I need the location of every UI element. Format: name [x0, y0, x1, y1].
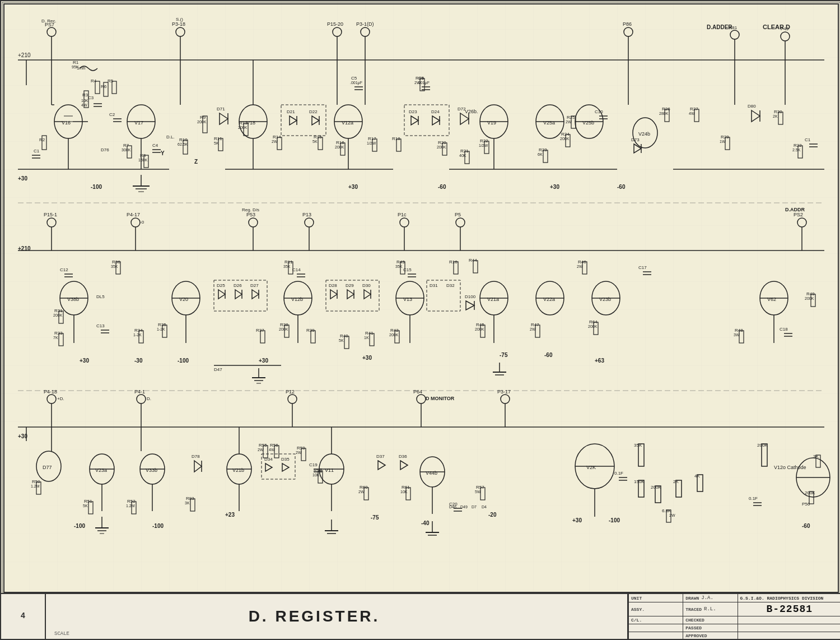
svg-text:D24: D24	[431, 109, 440, 114]
svg-text:D.L.: D.L.	[166, 135, 175, 140]
svg-text:V13: V13	[403, 296, 412, 302]
svg-text:V38b: V38b	[67, 296, 79, 302]
svg-text:-40: -40	[421, 520, 430, 526]
svg-text:D22: D22	[309, 109, 318, 114]
approved-label: APPROVED	[685, 633, 707, 638]
svg-text:+30: +30	[362, 355, 372, 361]
svg-text:P15-20: P15-20	[327, 21, 343, 27]
svg-text:200K: 200K	[560, 137, 570, 141]
svg-text:S.(): S.()	[176, 17, 183, 22]
svg-text:200K: 200K	[389, 333, 399, 337]
svg-text:D78: D78	[192, 454, 200, 459]
svg-text:V2K: V2K	[586, 465, 596, 470]
svg-text:C4: C4	[152, 143, 158, 148]
svg-text:2W: 2W	[358, 490, 365, 494]
drawn-label: DRAWN	[685, 596, 699, 601]
svg-text:200K: 200K	[238, 126, 248, 129]
svg-text:3K: 3K	[185, 501, 190, 505]
svg-text:V23b: V23b	[599, 296, 611, 302]
svg-text:D47: D47	[214, 367, 222, 372]
svg-text:Y: Y	[161, 150, 165, 156]
info-row-4: PASSED	[629, 624, 840, 632]
svg-text:V12o Cathode: V12o Cathode	[774, 465, 806, 470]
svg-text:D71: D71	[217, 106, 225, 112]
info-row-5: APPROVED	[629, 632, 840, 639]
svg-text:C3: C3	[88, 95, 94, 100]
svg-text:1-2K: 1-2K	[133, 333, 142, 337]
svg-text:V23a: V23a	[95, 467, 107, 473]
svg-text:0.1F: 0.1F	[614, 471, 623, 476]
svg-text:D76: D76	[101, 147, 109, 152]
svg-text:C1: C1	[805, 137, 811, 142]
svg-text:R1: R1	[73, 60, 79, 65]
svg-text:V16: V16	[62, 120, 71, 126]
revision-cell	[738, 616, 841, 624]
svg-text:P13: P13	[302, 212, 311, 217]
svg-text:+210: +210	[18, 52, 31, 58]
info-row-3: C/L. CHECKED	[629, 616, 840, 624]
drawing-number: B-22581	[766, 604, 813, 615]
svg-text:2W: 2W	[669, 513, 675, 517]
svg-text:D100: D100	[465, 294, 476, 299]
svg-text:D37: D37	[376, 454, 385, 459]
svg-text:D34: D34	[264, 457, 273, 462]
svg-text:-0: -0	[140, 220, 144, 225]
empty-cell-4	[738, 632, 841, 639]
svg-text:0.1F: 0.1F	[749, 496, 758, 501]
svg-text:V11: V11	[325, 467, 334, 473]
svg-text:2W: 2W	[296, 451, 302, 455]
svg-text:P53: P53	[246, 212, 255, 217]
svg-text:P4-17: P4-17	[127, 212, 140, 217]
svg-text:35K: 35K	[283, 265, 291, 268]
schematic-area: +210 PS7 D. Rec. P3-18 S.() P15-20 P3-1(…	[1, 1, 840, 595]
checked-cell: CHECKED	[683, 616, 738, 624]
traced-label: TRACED	[685, 607, 702, 612]
svg-text:2K: 2K	[773, 114, 778, 118]
svg-text:P12: P12	[286, 389, 295, 395]
svg-text:V25a: V25a	[543, 120, 555, 126]
svg-text:D25: D25	[217, 283, 225, 288]
svg-text:C14: C14	[292, 267, 301, 272]
svg-text:V12a: V12a	[342, 120, 353, 126]
empty-cell-2	[738, 624, 841, 632]
svg-text:V21b: V21b	[232, 467, 244, 473]
svg-text:V62: V62	[767, 296, 776, 302]
svg-text:P5: P5	[455, 212, 461, 217]
svg-text:200K: 200K	[197, 120, 207, 124]
svg-text:1/2W: 1/2W	[367, 141, 376, 145]
svg-text:D30: D30	[362, 283, 371, 288]
svg-text:95K: 95K	[72, 65, 79, 69]
empty-cell	[629, 624, 683, 632]
svg-text:200K: 200K	[437, 145, 446, 149]
svg-text:D. Rec.: D. Rec.	[41, 18, 57, 24]
crl-cell: C/L.	[629, 616, 683, 624]
svg-text:200K: 200K	[588, 324, 598, 328]
passed-label: PASSED	[685, 625, 702, 630]
svg-text:V12b: V12b	[291, 296, 303, 302]
page-number-value: 4	[21, 611, 25, 620]
title-info-block: UNIT DRAWN J.A. G.S.I.&O. RADIOPHYSICS D…	[628, 594, 840, 639]
svg-text:V25b: V25b	[582, 120, 594, 126]
svg-text:+D.: +D.	[57, 396, 64, 401]
company-cell: G.S.I.&O. RADIOPHYSICS DIVISION	[738, 594, 841, 602]
info-row-2: ASSY. TRACED R.L. B-22581	[629, 602, 840, 616]
svg-text:C15: C15	[403, 267, 412, 272]
svg-text:C12: C12	[60, 267, 68, 272]
svg-text:1W: 1W	[720, 140, 726, 143]
svg-text:6K: 6K	[538, 152, 543, 156]
svg-text:+30: +30	[259, 358, 268, 364]
svg-text:D27: D27	[250, 283, 259, 288]
svg-text:200K: 200K	[335, 145, 344, 149]
svg-text:+30: +30	[550, 184, 559, 190]
unit-label: UNIT	[631, 596, 642, 601]
svg-text:2W: 2W	[414, 81, 421, 85]
svg-text:C13: C13	[96, 323, 105, 328]
svg-text:P4-1: P4-1	[134, 389, 145, 395]
svg-text:-100: -100	[91, 184, 102, 190]
svg-text:35K: 35K	[111, 265, 118, 268]
approved-cell: APPROVED	[683, 632, 738, 639]
svg-text:P3-18: P3-18	[172, 21, 185, 27]
svg-text:D31: D31	[430, 283, 438, 288]
drawn-cell: DRAWN J.A.	[683, 594, 738, 602]
svg-text:2W: 2W	[258, 448, 264, 452]
